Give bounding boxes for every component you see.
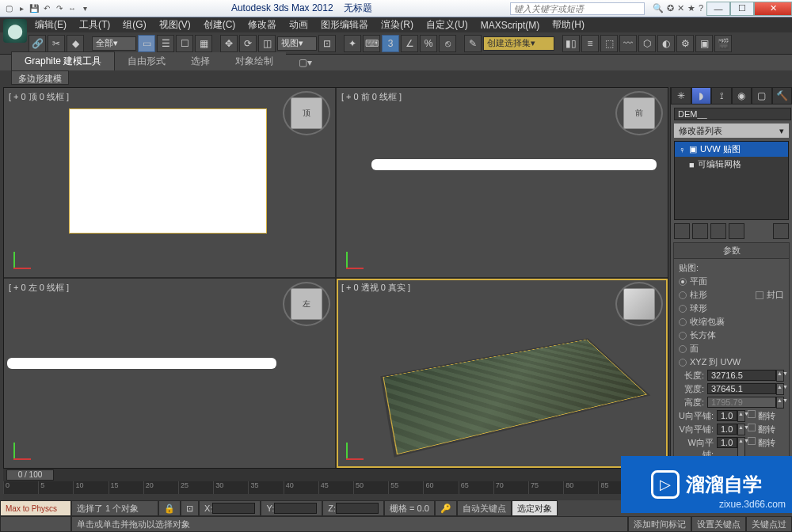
viewcube-persp[interactable]: [623, 288, 655, 320]
v-flip-check[interactable]: [748, 424, 756, 431]
viewport-top[interactable]: [ + 0 顶 0 线框 ] 顶: [4, 88, 335, 277]
height-spinner[interactable]: 1795.79: [707, 397, 776, 408]
maxscript-mini-listener[interactable]: [0, 516, 71, 532]
key-filters-button[interactable]: 关键点过: [746, 516, 792, 532]
make-unique-icon[interactable]: [710, 223, 726, 239]
new-icon[interactable]: ▢: [3, 3, 14, 14]
check-cap[interactable]: [756, 291, 763, 299]
viewport-label-front[interactable]: [ + 0 前 0 线框 ]: [341, 91, 402, 103]
ribbon-panel-polymodeling[interactable]: 多边形建模: [11, 70, 69, 85]
viewport-label-left[interactable]: [ + 0 左 0 线框 ]: [9, 282, 69, 294]
tab-create-icon[interactable]: ✳: [671, 87, 691, 104]
select-object-icon[interactable]: ▭: [138, 35, 155, 52]
save-icon[interactable]: 💾: [29, 3, 40, 14]
menu-modifiers[interactable]: 修改器: [242, 18, 283, 32]
viewport-perspective[interactable]: [ + 0 透视 0 真实 ]: [337, 279, 668, 468]
help-search-input[interactable]: [510, 2, 645, 15]
show-end-result-icon[interactable]: [692, 223, 708, 239]
align-icon[interactable]: ≡: [581, 35, 599, 52]
radio-spherical[interactable]: [679, 305, 687, 313]
menu-help[interactable]: 帮助(H): [546, 18, 591, 32]
open-icon[interactable]: ▸: [16, 3, 27, 14]
rotate-tool-icon[interactable]: ⟳: [239, 35, 257, 52]
selection-filter-combo[interactable]: 全部 ▾: [92, 36, 136, 51]
z-field[interactable]: [336, 503, 379, 514]
tab-hierarchy-icon[interactable]: ⟟: [711, 87, 732, 104]
percent-snap-icon[interactable]: %: [420, 35, 437, 52]
angle-snap-icon[interactable]: ∠: [401, 35, 418, 52]
redo-icon[interactable]: ↷: [54, 3, 65, 14]
tab-modify-icon[interactable]: ◗: [691, 87, 712, 104]
maximize-button[interactable]: ☐: [730, 2, 754, 16]
bind-tool-icon[interactable]: ◆: [67, 35, 84, 52]
named-selection-combo[interactable]: 创建选择集 ▾: [483, 36, 554, 51]
width-spinner[interactable]: 37645.1: [707, 383, 776, 394]
render-setup-icon[interactable]: ⚙: [676, 35, 694, 52]
unlink-tool-icon[interactable]: ✂: [48, 35, 65, 52]
mirror-icon[interactable]: ▮▯: [562, 35, 580, 52]
menu-group[interactable]: 组(G): [116, 18, 152, 32]
viewport-label-top[interactable]: [ + 0 顶 0 线框 ]: [9, 91, 69, 103]
y-field[interactable]: [274, 503, 317, 514]
modifier-stack[interactable]: ♀▣UVW 贴图 ■可编辑网格: [674, 141, 789, 220]
application-menu-button[interactable]: ⬤: [3, 19, 27, 43]
more-icon[interactable]: ▾: [79, 3, 90, 14]
menu-views[interactable]: 视图(V): [153, 18, 197, 32]
tab-utilities-icon[interactable]: 🔨: [772, 87, 793, 104]
undo-icon[interactable]: ↶: [41, 3, 52, 14]
curve-editor-icon[interactable]: 〰: [619, 35, 637, 52]
exchange-icon[interactable]: ✕: [677, 3, 684, 13]
radio-face[interactable]: [679, 345, 687, 353]
modifier-list-combo[interactable]: 修改器列表▾: [674, 124, 789, 138]
key-icon[interactable]: 🔑: [435, 500, 457, 516]
viewcube-front[interactable]: 前: [623, 97, 655, 129]
keyboard-shortcut-icon[interactable]: ⌨: [363, 35, 380, 52]
tab-graphite[interactable]: Graphite 建模工具: [11, 51, 115, 70]
add-time-tag[interactable]: 添加时间标记: [628, 516, 691, 532]
scale-tool-icon[interactable]: ◫: [258, 35, 276, 52]
tab-display-icon[interactable]: ▢: [752, 87, 772, 104]
pivot-icon[interactable]: ⊡: [318, 35, 336, 52]
rect-select-icon[interactable]: ☐: [176, 35, 193, 52]
lock-selection-icon[interactable]: 🔒: [158, 500, 181, 516]
modifier-uvw-map[interactable]: ♀▣UVW 贴图: [675, 142, 788, 157]
select-by-name-icon[interactable]: ☰: [157, 35, 174, 52]
move-tool-icon[interactable]: ✥: [220, 35, 238, 52]
v-tile-spinner[interactable]: 1.0: [717, 424, 737, 435]
link-icon[interactable]: ↔: [67, 3, 78, 14]
tab-selection[interactable]: 选择: [178, 52, 223, 70]
select-manipulate-icon[interactable]: ✦: [344, 35, 361, 52]
u-tile-spinner[interactable]: 1.0: [717, 410, 737, 421]
tab-object-paint[interactable]: 对象绘制: [223, 52, 286, 70]
x-field[interactable]: [212, 503, 255, 514]
viewport-front[interactable]: [ + 0 前 0 线框 ] 前: [337, 88, 668, 277]
ribbon-collapse-icon[interactable]: ▢▾: [286, 55, 325, 70]
menu-animation[interactable]: 动画: [283, 18, 314, 32]
terrain-object[interactable]: [383, 340, 647, 454]
remove-modifier-icon[interactable]: [729, 223, 744, 239]
menu-edit[interactable]: 编辑(E): [29, 18, 73, 32]
rollout-header[interactable]: 参数: [674, 243, 789, 259]
help-icon[interactable]: ?: [699, 3, 703, 13]
render-frame-icon[interactable]: ▣: [695, 35, 713, 52]
favorite-icon[interactable]: ★: [687, 3, 695, 13]
w-flip-check[interactable]: [748, 437, 756, 445]
menu-customize[interactable]: 自定义(U): [420, 18, 474, 32]
configure-sets-icon[interactable]: [773, 223, 789, 239]
modifier-editable-mesh[interactable]: ■可编辑网格: [675, 157, 788, 172]
layers-icon[interactable]: ⬚: [600, 35, 618, 52]
subscription-icon[interactable]: ✪: [667, 3, 674, 13]
menu-create[interactable]: 创建(C): [197, 18, 242, 32]
radio-shrink[interactable]: [679, 318, 687, 326]
snap-toggle-icon[interactable]: 3: [382, 35, 399, 52]
time-ruler[interactable]: 051015202530354045505560657075808590: [3, 481, 668, 494]
tab-motion-icon[interactable]: ◉: [732, 87, 752, 104]
edit-named-sel-icon[interactable]: ✎: [464, 35, 482, 52]
menu-maxscript[interactable]: MAXScript(M): [474, 20, 546, 31]
script-button[interactable]: Max to Physcs: [0, 500, 71, 516]
radio-cylindrical[interactable]: [679, 291, 687, 299]
search-icon[interactable]: 🔍: [653, 3, 664, 13]
material-editor-icon[interactable]: ◐: [657, 35, 675, 52]
minimize-button[interactable]: —: [706, 2, 730, 16]
tab-freeform[interactable]: 自由形式: [115, 52, 178, 70]
